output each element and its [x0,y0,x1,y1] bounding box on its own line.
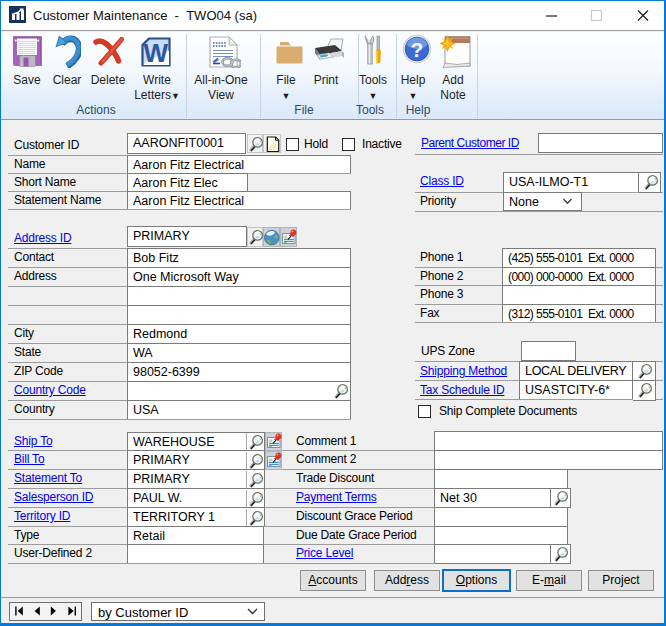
svg-text:W: W [144,38,169,67]
svg-text:?: ? [411,38,424,61]
